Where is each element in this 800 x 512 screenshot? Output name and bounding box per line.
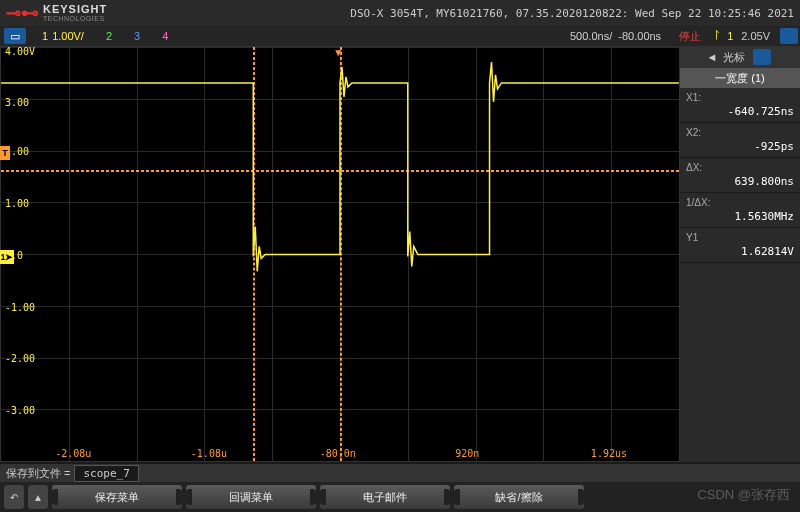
- filename-field[interactable]: scope_7: [74, 465, 138, 482]
- up-button[interactable]: ▲: [28, 485, 48, 509]
- channel-3-indicator[interactable]: 3: [124, 30, 150, 42]
- meas-y1: Y11.62814V: [680, 228, 800, 263]
- sidebar-title: 光标: [723, 50, 745, 65]
- title-bar: ⊸⊷ KEYSIGHT TECHNOLOGIES DSO-X 3054T, MY…: [0, 0, 800, 26]
- softkey-save-menu[interactable]: 保存菜单: [52, 485, 182, 509]
- run-state[interactable]: 停止: [671, 29, 709, 44]
- softkey-default-erase[interactable]: 缺省/擦除: [454, 485, 584, 509]
- meas-freq: 1/ΔX:1.5630MHz: [680, 193, 800, 228]
- channel-4-indicator[interactable]: 4: [152, 30, 178, 42]
- waveform-display[interactable]: 4.00V 3.00 2.00 1.00 0.0 -1.00 -2.00 -3.…: [0, 46, 680, 462]
- trigger-channel: 1: [727, 30, 733, 42]
- sidebar-header[interactable]: ◄ 光标: [680, 46, 800, 68]
- brand-name: KEYSIGHT: [43, 4, 107, 15]
- meas-x1: X1:-640.725ns: [680, 88, 800, 123]
- ch1-scale: 1.00V/: [52, 30, 84, 42]
- trigger-edge-icon[interactable]: ⨡: [711, 30, 725, 42]
- trigger-level: 2.05V: [735, 30, 776, 42]
- menu-icon[interactable]: [780, 28, 798, 44]
- brand-logo: ⊸⊷ KEYSIGHT TECHNOLOGIES: [6, 2, 107, 24]
- channel-bar: ▭ 1 1.00V/ 2 3 4 500.0ns/ -80.00ns 停止 ⨡ …: [0, 26, 800, 46]
- save-label: 保存到文件 =: [6, 466, 70, 481]
- measurement-sidebar: ◄ 光标 一宽度 (1) X1:-640.725ns X2:-925ps ΔX:…: [680, 46, 800, 462]
- softkey-recall-menu[interactable]: 回调菜单: [186, 485, 316, 509]
- brand-subtitle: TECHNOLOGIES: [43, 15, 107, 22]
- softkey-bar: ↶ ▲ 保存菜单 回调菜单 电子邮件 缺省/擦除: [0, 482, 800, 512]
- channel-2-indicator[interactable]: 2: [96, 30, 122, 42]
- waveform-ch1: [1, 47, 679, 462]
- acquisition-mode-icon[interactable]: ▭: [4, 28, 26, 44]
- softkey-email[interactable]: 电子邮件: [320, 485, 450, 509]
- measurement-name[interactable]: 一宽度 (1): [680, 68, 800, 88]
- back-arrow-icon[interactable]: ◄: [707, 51, 718, 63]
- model-info: DSO-X 3054T, MY61021760, 07.35.202012082…: [350, 7, 794, 20]
- back-button[interactable]: ↶: [4, 485, 24, 509]
- sidebar-menu-icon[interactable]: [753, 49, 771, 65]
- channel-1-indicator[interactable]: 1 1.00V/: [32, 30, 94, 42]
- meas-dx: ΔX:639.800ns: [680, 158, 800, 193]
- save-status-line: 保存到文件 = scope_7: [0, 464, 800, 482]
- timebase-readout[interactable]: 500.0ns/ -80.00ns: [562, 30, 669, 42]
- ch1-num: 1: [42, 30, 48, 42]
- meas-x2: X2:-925ps: [680, 123, 800, 158]
- keysight-icon: ⊸⊷: [6, 2, 39, 24]
